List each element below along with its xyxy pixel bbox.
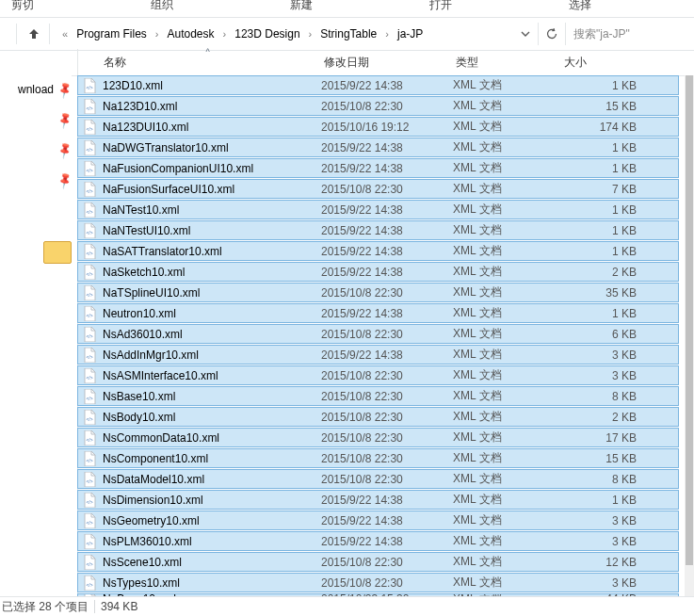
nav-up-button[interactable] [24, 23, 43, 45]
file-row[interactable]: </>NsTypes10.xml2015/10/8 22:30XML 文档3 K… [77, 573, 679, 592]
scrollbar-thumb[interactable] [686, 75, 693, 565]
file-size: 1 KB [561, 203, 644, 217]
breadcrumb-item[interactable]: Autodesk [163, 24, 218, 43]
menu-item[interactable]: 剪切 [11, 0, 34, 13]
file-name: NsBody10.xml [103, 411, 321, 424]
file-row[interactable]: </>NsComponent10.xml2015/10/8 22:30XML 文… [77, 448, 679, 468]
file-size: 1 KB [561, 162, 644, 175]
svg-text:</>: </> [86, 499, 92, 505]
navigation-pane: wnload 📌 📌 📌 📌 [0, 49, 78, 597]
file-size: 1 KB [561, 224, 644, 237]
xml-file-icon: </> [82, 285, 97, 300]
menu-item[interactable]: 选择 [569, 0, 591, 13]
file-row[interactable]: </>NaSketch10.xml2015/9/22 14:38XML 文档2 … [77, 262, 679, 282]
file-type: XML 文档 [453, 554, 561, 570]
file-row[interactable]: </>NaFusionSurfaceUI10.xml2015/10/8 22:3… [77, 179, 679, 199]
status-bar: 已选择 28 个项目 394 KB [0, 596, 694, 616]
file-size: 3 KB [561, 576, 644, 590]
breadcrumb-item[interactable]: Program Files [73, 24, 151, 43]
xml-file-icon: </> [82, 513, 97, 528]
menu-item[interactable]: 新建 [290, 0, 313, 13]
file-row[interactable]: </>NsAd36010.xml2015/10/8 22:30XML 文档6 K… [77, 324, 679, 344]
file-list[interactable]: </>123D10.xml2015/9/22 14:38XML 文档1 KB</… [72, 75, 685, 597]
folder-icon[interactable] [43, 241, 72, 264]
column-header-date[interactable]: 修改日期 [318, 50, 450, 75]
xml-file-icon: </> [82, 472, 97, 487]
file-row[interactable]: </>NaDWGTranslator10.xml2015/9/22 14:38X… [77, 138, 679, 157]
file-type: XML 文档 [453, 575, 561, 591]
sidebar-item[interactable]: 📌 [57, 173, 72, 186]
file-row[interactable]: </>NsDataModel10.xml2015/10/8 22:30XML 文… [77, 469, 679, 489]
vertical-scrollbar[interactable] [685, 75, 694, 597]
xml-file-icon: </> [82, 493, 97, 508]
menu-item[interactable]: 打开 [429, 0, 452, 13]
file-name: 123D10.xml [103, 79, 321, 92]
file-type: XML 文档 [453, 347, 561, 363]
file-row[interactable]: </>NsCommonData10.xml2015/10/8 22:30XML … [77, 428, 679, 447]
breadcrumb-item[interactable]: StringTable [316, 24, 380, 43]
breadcrumb-overflow[interactable]: « [61, 28, 69, 40]
file-row[interactable]: </>123D10.xml2015/9/22 14:38XML 文档1 KB [77, 75, 679, 95]
file-name: Na123D10.xml [103, 100, 321, 113]
file-type: XML 文档 [453, 160, 561, 176]
file-row[interactable]: </>Na123DUI10.xml2015/10/16 19:12XML 文档1… [77, 117, 679, 137]
file-row[interactable]: </>NaNTestUI10.xml2015/9/22 14:38XML 文档1… [77, 220, 679, 240]
svg-text:</>: </> [86, 458, 92, 463]
file-size: 2 KB [561, 411, 644, 424]
file-size: 35 KB [561, 286, 644, 300]
file-date: 2015/9/22 14:38 [321, 514, 453, 527]
file-row[interactable]: </>NsPLM36010.xml2015/9/22 14:38XML 文档3 … [77, 531, 679, 551]
breadcrumb[interactable]: « Program Files › Autodesk › 123D Design… [56, 24, 512, 43]
file-type: XML 文档 [453, 284, 561, 300]
column-header-type[interactable]: 类型 [450, 50, 558, 75]
file-type: XML 文档 [453, 326, 561, 342]
file-date: 2015/9/22 14:38 [321, 203, 453, 217]
file-name: NsPLM36010.xml [103, 535, 321, 548]
file-name: NaSATTranslator10.xml [103, 245, 321, 258]
file-row[interactable]: </>NsScene10.xml2015/10/8 22:30XML 文档12 … [77, 552, 679, 572]
file-row[interactable]: </>NsASMInterface10.xml2015/10/8 22:30XM… [77, 365, 679, 385]
file-row[interactable]: </>NsDimension10.xml2015/9/22 14:38XML 文… [77, 490, 679, 510]
breadcrumb-item[interactable]: ja-JP [394, 24, 427, 43]
file-row[interactable]: </>NsBody10.xml2015/10/8 22:30XML 文档2 KB [77, 407, 679, 427]
file-row[interactable]: </>NaFusionCompanionUI10.xml2015/9/22 14… [77, 158, 679, 178]
search-input[interactable]: 搜索"ja-JP" [565, 23, 694, 45]
file-row[interactable]: </>NaTSplineUI10.xml2015/10/8 22:30XML 文… [77, 283, 679, 302]
column-header-name[interactable]: ^ 名称 [98, 50, 318, 75]
file-date: 2015/10/8 22:30 [321, 411, 453, 424]
sidebar-item-downloads[interactable]: wnload 📌 [18, 83, 72, 96]
svg-text:</>: </> [86, 251, 92, 256]
file-size: 3 KB [561, 349, 644, 362]
column-header-label: 名称 [104, 56, 126, 69]
xml-file-icon: </> [82, 327, 97, 342]
address-bar-row: « Program Files › Autodesk › 123D Design… [0, 17, 694, 51]
file-size: 1 KB [561, 141, 644, 154]
breadcrumb-item[interactable]: 123D Design [231, 24, 303, 43]
xml-file-icon: </> [82, 348, 97, 363]
file-date: 2015/9/22 14:38 [321, 224, 453, 237]
file-row[interactable]: </>NsGeometry10.xml2015/9/22 14:38XML 文档… [77, 511, 679, 530]
file-row[interactable]: </>Na123D10.xml2015/10/8 22:30XML 文档15 K… [77, 96, 679, 116]
file-row[interactable]: </>NaSATTranslator10.xml2015/9/22 14:38X… [77, 241, 679, 261]
file-type: XML 文档 [453, 471, 561, 487]
sidebar-item[interactable]: 📌 [57, 143, 72, 156]
nav-back-button[interactable] [4, 23, 10, 45]
file-date: 2015/9/22 14:38 [321, 494, 453, 507]
file-row[interactable]: </>Neutron10.xml2015/9/22 14:38XML 文档1 K… [77, 303, 679, 323]
menu-item[interactable]: 组织 [151, 0, 173, 13]
chevron-right-icon: › [222, 28, 228, 40]
file-name: NsGeometry10.xml [103, 514, 321, 527]
sidebar-item[interactable]: 📌 [57, 113, 72, 126]
xml-file-icon: </> [82, 451, 97, 466]
file-row[interactable]: </>NsBase10.xml2015/10/8 22:30XML 文档8 KB [77, 386, 679, 406]
file-row[interactable]: </>NsAddInMgr10.xml2015/9/22 14:38XML 文档… [77, 345, 679, 365]
file-size: 12 KB [561, 556, 644, 569]
address-dropdown-button[interactable] [512, 23, 538, 45]
file-row[interactable]: </>NaNTest10.xml2015/9/22 14:38XML 文档1 K… [77, 200, 679, 219]
status-selected-size: 394 KB [101, 600, 137, 613]
column-header-label: 修改日期 [324, 56, 369, 69]
column-header-size[interactable]: 大小 [558, 50, 641, 75]
refresh-button[interactable] [538, 23, 565, 45]
file-size: 1 KB [561, 494, 644, 507]
chevron-right-icon: › [384, 28, 390, 40]
